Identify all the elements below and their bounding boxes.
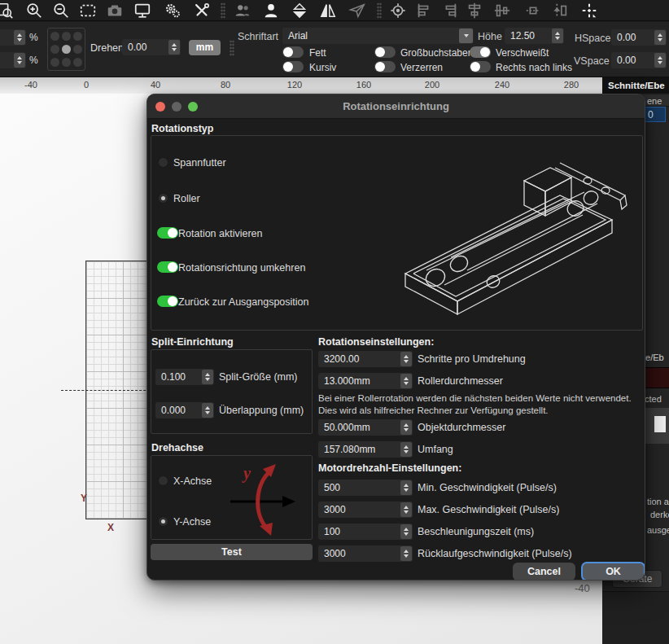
monitor-icon[interactable] [133, 2, 152, 20]
uppercase-toggle[interactable] [374, 46, 396, 58]
steps-per-rotation-field[interactable]: 3200.00 [318, 351, 413, 367]
rotary-roller-illustration [396, 145, 640, 324]
rtl-label: Rechts nach links [496, 62, 572, 73]
roller-note-line2: Dies wird als hilfreicher Rechner zur Ve… [318, 405, 549, 417]
units-mm-button[interactable]: mm [189, 40, 221, 55]
main-toolbar [0, 0, 669, 21]
max-speed-label: Max. Geschwindigkeit (Pulse/s) [418, 504, 559, 515]
mirror-horizontal-icon[interactable] [318, 2, 338, 20]
rotate-field[interactable]: 0.00 [122, 39, 181, 55]
roller-diameter-field[interactable]: 13.000mm [318, 373, 413, 389]
zoom-page-icon[interactable] [0, 2, 15, 20]
layer-swatch[interactable] [654, 416, 666, 432]
toolbar-separator [230, 40, 234, 56]
scale-x-field[interactable] [0, 29, 26, 46]
italic-toggle[interactable] [282, 61, 304, 72]
min-speed-label: Min. Geschwindigkeit (Pulse/s) [418, 482, 557, 493]
ruler-tick: -40 [24, 80, 37, 90]
vspace-field[interactable]: 0.00 [611, 52, 667, 68]
enable-rotary-toggle[interactable] [157, 227, 178, 239]
align-left-icon[interactable] [414, 2, 434, 20]
dialog-titlebar[interactable]: Rotationseinrichtung [147, 94, 645, 119]
distribute-v-icon[interactable] [550, 2, 570, 20]
scale-y-unit: % [29, 55, 38, 66]
users-group-icon[interactable] [233, 2, 252, 20]
distort-toggle[interactable] [374, 61, 396, 72]
panel-text-fragment: ausge [647, 525, 669, 535]
welded-label: Verschweißt [496, 47, 549, 59]
anchor-dot[interactable] [50, 58, 59, 67]
bold-toggle[interactable] [282, 46, 304, 58]
layer-color-bar[interactable] [641, 367, 669, 388]
zoom-in-icon[interactable] [24, 2, 44, 20]
camera-icon[interactable] [105, 2, 125, 20]
height-field[interactable]: 12.50 [505, 28, 564, 44]
return-to-start-toggle[interactable] [157, 296, 178, 307]
settings-gears-icon[interactable] [163, 2, 182, 20]
hspace-field[interactable]: 0.00 [611, 29, 667, 46]
split-size-field[interactable]: 0.100 [155, 369, 214, 385]
ruler-tick: 80 [221, 80, 230, 90]
align-right-icon[interactable] [440, 2, 460, 20]
split-size-label: Split-Größe (mm) [219, 371, 298, 383]
test-button[interactable]: Test [151, 544, 313, 560]
return-speed-label: Rücklaufgeschwindigkeit (Pulse/s) [418, 548, 572, 559]
frame-selection-icon[interactable] [78, 2, 98, 20]
axis-direction-illustration: y [229, 461, 304, 537]
selected-layer-cell[interactable]: 0 [643, 107, 666, 122]
chevron-down-icon[interactable] [459, 28, 473, 43]
distribute-h-icon[interactable] [523, 2, 543, 20]
mirror-vertical-icon[interactable] [290, 2, 309, 20]
accel-time-field[interactable]: 100 [318, 524, 413, 540]
anchor-dot[interactable] [50, 32, 59, 41]
roller-diameter-label: Rollerdurchmesser [418, 375, 503, 387]
panel-text-fragment: derke [650, 510, 669, 519]
font-select[interactable]: Arial [282, 28, 474, 44]
rotation-type-title: Rotationstyp [151, 123, 213, 134]
min-speed-field[interactable]: 500 [318, 480, 413, 496]
overlap-field[interactable]: 0.000 [155, 402, 214, 418]
ruler-tick: 280 [564, 80, 579, 90]
object-diameter-field[interactable]: 50.000mm [318, 419, 413, 436]
send-plane-icon[interactable] [348, 2, 367, 20]
user-icon[interactable] [261, 2, 281, 20]
tab-fragment[interactable]: te/Eb [643, 353, 664, 362]
return-speed-field[interactable]: 3000 [318, 545, 413, 562]
position-crosshair-icon[interactable] [579, 2, 599, 20]
tab-cuts-layers[interactable]: Schnitte/Ebe [602, 77, 669, 94]
align-vcenter-icon[interactable] [492, 2, 512, 20]
anchor-dot[interactable] [50, 45, 59, 54]
layer-swatch-box[interactable] [641, 408, 669, 444]
anchor-dot[interactable] [73, 45, 82, 54]
tools-icon[interactable] [192, 2, 212, 20]
accel-time-label: Beschleunigungszeit (ms) [418, 526, 534, 537]
welded-toggle[interactable] [470, 46, 491, 58]
rtl-toggle[interactable] [470, 61, 491, 72]
circumference-label: Umfang [418, 444, 453, 455]
x-axis-radio[interactable] [158, 475, 168, 486]
anchor-dot-selected[interactable] [62, 45, 71, 54]
scale-y-field[interactable] [0, 52, 26, 68]
anchor-dot[interactable] [62, 32, 71, 41]
reverse-direction-label: Rotationsrichtung umkehren [178, 262, 305, 274]
hspace-label: HSpace [575, 33, 610, 44]
reverse-direction-toggle[interactable] [157, 261, 178, 273]
anchor-dot[interactable] [73, 32, 82, 41]
axis-letter: y [242, 464, 251, 483]
align-hcenter-icon[interactable] [465, 2, 484, 20]
cancel-button[interactable]: Cancel [513, 563, 575, 580]
rotation-settings-title: Rotationseinstellungen: [318, 336, 434, 348]
y-axis-radio[interactable] [158, 516, 168, 527]
ruler-tick: 240 [495, 80, 509, 90]
chuck-radio[interactable] [158, 157, 168, 168]
steps-per-rotation-label: Schritte pro Umdrehung [418, 353, 526, 365]
ok-button[interactable]: OK [581, 562, 645, 580]
max-speed-field[interactable]: 3000 [318, 502, 413, 518]
roller-radio[interactable] [158, 193, 168, 204]
focus-target-icon[interactable] [388, 2, 408, 20]
anchor-dot[interactable] [73, 58, 82, 67]
anchor-dot[interactable] [62, 58, 71, 67]
circumference-field[interactable]: 157.080mm [318, 441, 413, 458]
zoom-out-icon[interactable] [51, 2, 71, 20]
anchor-point-selector[interactable] [47, 28, 85, 71]
